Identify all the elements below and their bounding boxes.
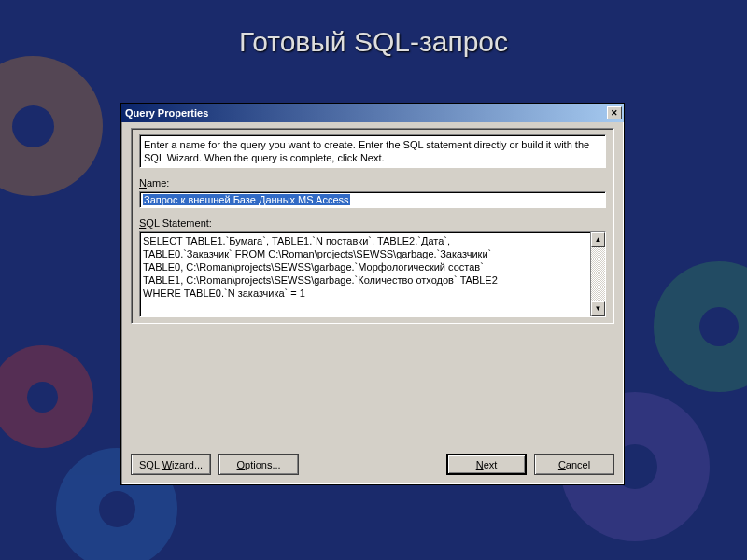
titlebar-text: Query Properties — [125, 107, 605, 119]
scroll-track[interactable] — [591, 247, 605, 301]
dialog-body: Enter a name for the query you want to c… — [131, 128, 614, 324]
scroll-down-icon[interactable]: ▼ — [591, 301, 605, 316]
titlebar[interactable]: Query Properties ✕ — [121, 104, 624, 122]
button-row: SQL Wizard... Options... Next Cancel — [131, 454, 614, 475]
sql-statement-input[interactable]: SELECT TABLE1.`Бумага`, TABLE1.`N постав… — [139, 231, 606, 317]
name-input[interactable]: Запрос к внешней Базе Данных MS Access — [139, 191, 606, 208]
cancel-button[interactable]: Cancel — [534, 454, 614, 475]
name-label: Name: — [139, 177, 606, 189]
sql-wizard-button[interactable]: SQL Wizard... — [131, 454, 211, 475]
slide-title: Готовый SQL-запрос — [0, 0, 747, 58]
sql-label: SQL Statement: — [139, 217, 606, 229]
scroll-up-icon[interactable]: ▲ — [591, 232, 605, 247]
options-button[interactable]: Options... — [218, 454, 299, 475]
scrollbar[interactable]: ▲ ▼ — [590, 232, 605, 316]
next-button[interactable]: Next — [446, 454, 527, 475]
close-icon[interactable]: ✕ — [607, 106, 622, 119]
query-properties-dialog: Query Properties ✕ Enter a name for the … — [120, 103, 625, 485]
instructions-text: Enter a name for the query you want to c… — [139, 134, 606, 168]
